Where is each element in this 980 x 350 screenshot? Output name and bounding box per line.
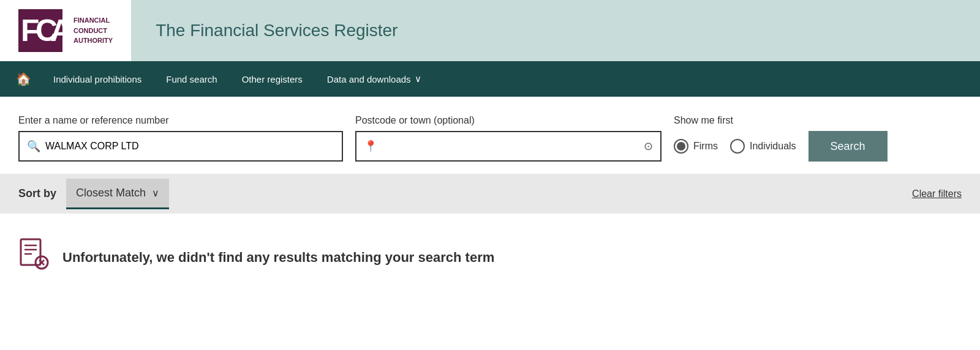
location-pin-icon: 📍 [364, 140, 377, 153]
firms-radio-label: Firms [693, 141, 718, 152]
search-row: Enter a name or reference number 🔍 Postc… [18, 115, 962, 162]
no-results-section: Unfortunately, we didn't find any result… [0, 214, 980, 301]
firms-radio-button[interactable] [674, 139, 688, 154]
logo-section: F C A FINANCIAL CONDUCT AUTHORITY [0, 0, 131, 61]
logo-text: FINANCIAL CONDUCT AUTHORITY [74, 15, 113, 46]
sort-chevron-icon: ∨ [152, 187, 159, 199]
main-nav: 🏠 Individual prohibitions Fund search Ot… [0, 61, 980, 97]
name-input-label: Enter a name or reference number [18, 115, 343, 126]
sort-left: Sort by Closest Match ∨ [18, 179, 169, 209]
svg-text:A: A [50, 13, 72, 48]
nav-item-individual-prohibitions[interactable]: Individual prohibitions [41, 61, 154, 97]
show-me-first-group: Show me first Firms Individuals [674, 115, 796, 162]
header-title-section: The Financial Services Register [131, 0, 980, 61]
name-search-input[interactable] [45, 141, 334, 152]
search-icon: 🔍 [27, 140, 40, 153]
page-title: The Financial Services Register [156, 21, 398, 40]
sort-bar: Sort by Closest Match ∨ Clear filters [0, 174, 980, 214]
radio-options: Firms Individuals [674, 131, 796, 162]
location-input-label: Postcode or town (optional) [355, 115, 662, 126]
gps-icon[interactable]: ⊙ [644, 140, 653, 153]
individuals-radio-label: Individuals [750, 141, 796, 152]
nav-home-button[interactable]: 🏠 [6, 72, 41, 86]
sort-dropdown[interactable]: Closest Match ∨ [66, 179, 169, 209]
sort-dropdown-value: Closest Match [76, 187, 146, 199]
location-input-wrapper: 📍 ⊙ [355, 131, 662, 162]
svg-rect-4 [21, 239, 40, 265]
location-search-input[interactable] [382, 141, 644, 152]
search-section: Enter a name or reference number 🔍 Postc… [0, 97, 980, 174]
firms-radio-option[interactable]: Firms [674, 139, 718, 154]
sort-by-label: Sort by [18, 187, 56, 200]
header: F C A FINANCIAL CONDUCT AUTHORITY The Fi… [0, 0, 980, 61]
search-button[interactable]: Search [809, 131, 888, 162]
show-me-first-label: Show me first [674, 115, 796, 126]
fca-logo: F C A [18, 9, 74, 52]
nav-item-other-registers[interactable]: Other registers [230, 61, 315, 97]
individuals-radio-button[interactable] [730, 139, 745, 154]
no-results-message: Unfortunately, we didn't find any result… [62, 250, 494, 266]
dropdown-chevron-icon: ∨ [415, 73, 421, 84]
no-results-icon [18, 238, 50, 277]
clear-filters-button[interactable]: Clear filters [912, 188, 962, 199]
nav-item-data-downloads[interactable]: Data and downloads ∨ [315, 61, 434, 97]
name-search-group: Enter a name or reference number 🔍 [18, 115, 343, 162]
nav-item-fund-search[interactable]: Fund search [154, 61, 229, 97]
individuals-radio-option[interactable]: Individuals [730, 139, 796, 154]
location-search-group: Postcode or town (optional) 📍 ⊙ [355, 115, 662, 162]
name-input-wrapper: 🔍 [18, 131, 343, 162]
